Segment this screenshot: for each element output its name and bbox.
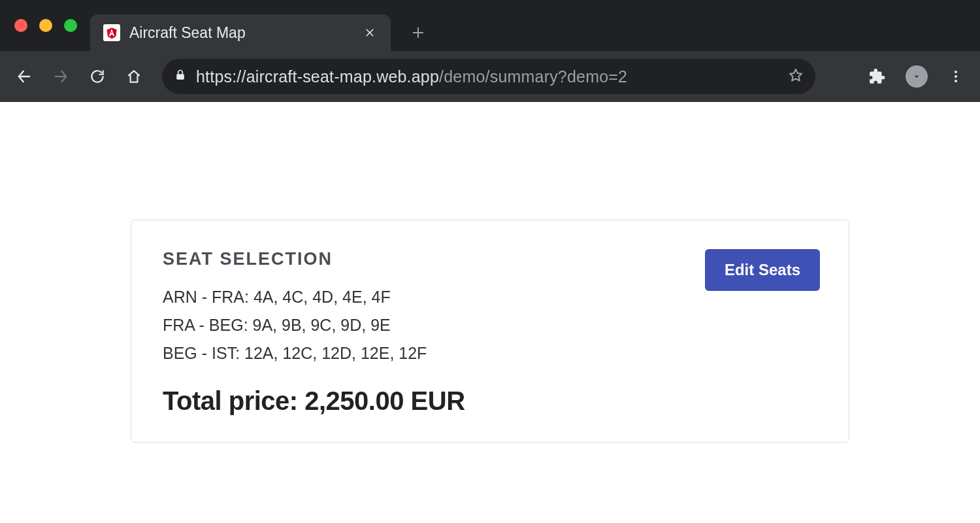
new-tab-button[interactable]: [404, 18, 433, 47]
window-minimize-button[interactable]: [39, 19, 52, 32]
window-maximize-button[interactable]: [64, 19, 77, 32]
svg-point-5: [955, 80, 957, 82]
extensions-button[interactable]: [861, 60, 894, 93]
lock-icon: [174, 69, 187, 84]
total-price-label: Total price:: [163, 386, 298, 415]
home-button[interactable]: [118, 60, 150, 93]
url-path: /demo/summary?demo=2: [439, 67, 627, 86]
total-price-value: 2,250.00 EUR: [304, 386, 465, 415]
profile-button[interactable]: [906, 65, 928, 88]
page-content: SEAT SELECTION Edit Seats ARN - FRA: 4A,…: [0, 102, 980, 443]
routes-list: ARN - FRA: 4A, 4C, 4D, 4E, 4F FRA - BEG:…: [163, 288, 817, 363]
browser-tab[interactable]: Aircraft Seat Map: [90, 14, 391, 51]
toolbar-right: [861, 60, 972, 93]
forward-button[interactable]: [44, 60, 77, 93]
tab-close-button[interactable]: [362, 25, 378, 41]
menu-button[interactable]: [939, 60, 972, 93]
omnibox[interactable]: https://aircraft-seat-map.web.app/demo/s…: [162, 59, 815, 94]
url-text: https://aircraft-seat-map.web.app/demo/s…: [196, 67, 779, 86]
browser-chrome: Aircraft Seat Map https://aircraft-s: [0, 0, 980, 102]
route-line: BEG - IST: 12A, 12C, 12D, 12E, 12F: [163, 344, 817, 363]
edit-seats-button[interactable]: Edit Seats: [705, 249, 820, 291]
star-icon[interactable]: [788, 67, 804, 86]
tab-title: Aircraft Seat Map: [129, 24, 353, 42]
total-price: Total price: 2,250.00 EUR: [163, 386, 817, 416]
svg-rect-2: [176, 74, 184, 79]
reload-button[interactable]: [81, 60, 114, 93]
url-scheme: https://: [196, 67, 246, 86]
window-close-button[interactable]: [14, 19, 27, 32]
route-line: FRA - BEG: 9A, 9B, 9C, 9D, 9E: [163, 316, 817, 335]
seat-selection-card: SEAT SELECTION Edit Seats ARN - FRA: 4A,…: [131, 220, 849, 443]
svg-point-3: [955, 71, 957, 73]
angular-favicon-icon: [103, 24, 120, 41]
back-button[interactable]: [8, 60, 41, 93]
url-host: aircraft-seat-map.web.app: [246, 67, 439, 86]
svg-point-4: [955, 75, 957, 78]
window-controls: [12, 0, 82, 51]
toolbar-row: https://aircraft-seat-map.web.app/demo/s…: [0, 51, 980, 102]
tabs-row: Aircraft Seat Map: [0, 0, 980, 51]
